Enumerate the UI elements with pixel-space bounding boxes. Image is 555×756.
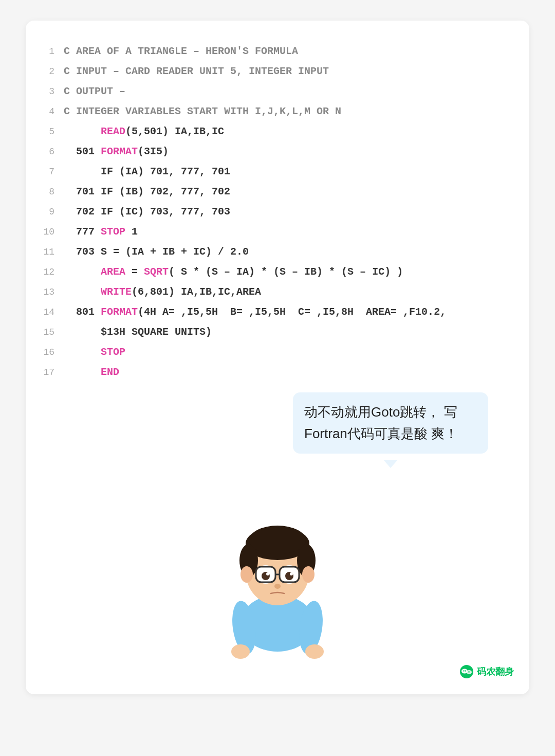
line-content-2: C INPUT – CARD READER UNIT 5, INTEGER IN… <box>64 63 329 79</box>
watermark: 码农翻身 <box>36 664 519 679</box>
svg-point-26 <box>463 670 464 671</box>
code-line-10: 10 777 STOP 1 <box>36 222 519 242</box>
code-line-17: 17 END <box>36 362 519 382</box>
svg-point-16 <box>266 572 269 575</box>
line-content-1: C AREA OF A TRIANGLE – HERON'S FORMULA <box>64 43 298 59</box>
line-num-4: 4 <box>36 105 54 119</box>
svg-point-27 <box>465 670 466 671</box>
code-line-2: 2 C INPUT – CARD READER UNIT 5, INTEGER … <box>36 61 519 81</box>
line-content-15: $13H SQUARE UNITS) <box>64 324 212 340</box>
code-line-12: 12 AREA = SQRT( S * (S – IA) * (S – IB) … <box>36 262 519 282</box>
code-block: 1 C AREA OF A TRIANGLE – HERON'S FORMULA… <box>36 36 519 387</box>
speech-area: 动不动就用Goto跳转， 写Fortran代码可真是酸 爽！ <box>36 392 519 454</box>
code-line-14: 14 801 FORMAT(4H A= ,I5,5H B= ,I5,5H C= … <box>36 302 519 322</box>
line-num-15: 15 <box>36 326 54 340</box>
line-content-14: 801 FORMAT(4H A= ,I5,5H B= ,I5,5H C= ,I5… <box>64 304 446 320</box>
svg-point-6 <box>249 526 306 554</box>
watermark-label: 码农翻身 <box>477 665 514 678</box>
line-num-3: 3 <box>36 85 54 99</box>
svg-point-28 <box>468 672 469 673</box>
svg-point-17 <box>290 572 293 575</box>
line-num-8: 8 <box>36 185 54 200</box>
code-line-15: 15 $13H SQUARE UNITS) <box>36 322 519 342</box>
line-num-16: 16 <box>36 346 54 360</box>
line-num-6: 6 <box>36 145 54 159</box>
line-content-17: END <box>64 364 119 380</box>
line-content-6: 501 FORMAT(3I5) <box>64 143 169 159</box>
line-num-12: 12 <box>36 265 54 280</box>
line-content-3: C OUTPUT – <box>64 83 125 99</box>
line-content-11: 703 S = (IA + IB + IC) / 2.0 <box>64 244 249 260</box>
code-line-6: 6 501 FORMAT(3I5) <box>36 141 519 161</box>
line-num-9: 9 <box>36 205 54 220</box>
wechat-icon <box>459 664 474 679</box>
line-content-10: 777 STOP 1 <box>64 224 138 240</box>
line-num-13: 13 <box>36 285 54 300</box>
code-line-16: 16 STOP <box>36 342 519 362</box>
character-illustration <box>216 484 339 659</box>
svg-point-24 <box>461 669 468 674</box>
code-line-3: 3 C OUTPUT – <box>36 81 519 101</box>
character-area <box>36 474 519 659</box>
line-num-7: 7 <box>36 165 54 179</box>
line-num-5: 5 <box>36 125 54 139</box>
line-content-9: 702 IF (IC) 703, 777, 703 <box>64 204 230 220</box>
code-line-11: 11 703 S = (IA + IB + IC) / 2.0 <box>36 242 519 262</box>
speech-text: 动不动就用Goto跳转， 写Fortran代码可真是酸 爽！ <box>304 404 458 441</box>
code-line-9: 9 702 IF (IC) 703, 777, 703 <box>36 202 519 222</box>
line-content-5: READ(5,501) IA,IB,IC <box>64 123 224 139</box>
line-content-7: IF (IA) 701, 777, 701 <box>64 164 230 179</box>
line-num-2: 2 <box>36 65 54 79</box>
code-line-7: 7 IF (IA) 701, 777, 701 <box>36 161 519 182</box>
page-container: 1 C AREA OF A TRIANGLE – HERON'S FORMULA… <box>26 21 529 694</box>
code-line-8: 8 701 IF (IB) 702, 777, 702 <box>36 182 519 202</box>
line-content-4: C INTEGER VARIABLES START WITH I,J,K,L,M… <box>64 103 341 119</box>
svg-point-25 <box>467 670 472 674</box>
line-num-14: 14 <box>36 305 54 320</box>
svg-point-22 <box>305 644 324 659</box>
line-content-8: 701 IF (IB) 702, 777, 702 <box>64 184 230 200</box>
code-line-1: 1 C AREA OF A TRIANGLE – HERON'S FORMULA <box>36 41 519 61</box>
line-num-10: 10 <box>36 225 54 240</box>
line-content-12: AREA = SQRT( S * (S – IA) * (S – IB) * (… <box>64 264 403 280</box>
line-content-16: STOP <box>64 344 125 360</box>
line-content-13: WRITE(6,801) IA,IB,IC,AREA <box>64 284 261 300</box>
line-num-1: 1 <box>36 45 54 59</box>
svg-point-21 <box>231 644 250 659</box>
line-num-17: 17 <box>36 366 54 380</box>
svg-point-7 <box>240 566 253 583</box>
speech-bubble: 动不动就用Goto跳转， 写Fortran代码可真是酸 爽！ <box>293 392 488 454</box>
svg-point-18 <box>274 584 281 589</box>
code-line-13: 13 WRITE(6,801) IA,IB,IC,AREA <box>36 282 519 302</box>
code-line-4: 4 C INTEGER VARIABLES START WITH I,J,K,L… <box>36 101 519 121</box>
code-line-5: 5 READ(5,501) IA,IB,IC <box>36 121 519 141</box>
svg-point-29 <box>469 672 470 673</box>
svg-point-8 <box>302 566 314 583</box>
line-num-11: 11 <box>36 245 54 260</box>
